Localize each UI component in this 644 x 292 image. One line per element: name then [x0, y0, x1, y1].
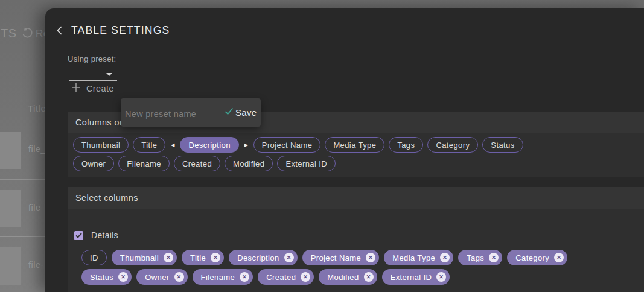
back-icon[interactable]: [54, 24, 65, 37]
preset-select[interactable]: [69, 66, 117, 81]
chip-label: Status: [90, 273, 113, 282]
file-name-fragment: file-: [28, 260, 44, 270]
remove-icon[interactable]: ✕: [240, 272, 249, 282]
select-columns-row: IDThumbnail✕Title✕Description✕Project Na…: [81, 250, 638, 265]
new-preset-name-input[interactable]: [124, 109, 218, 122]
create-preset-button[interactable]: Create: [71, 83, 114, 94]
chip-label: Filename: [127, 159, 161, 168]
table-settings-panel: TABLE SETTINGS Using preset: Create Save: [45, 8, 644, 292]
refresh-icon: [21, 26, 34, 42]
chip-owner[interactable]: Owner: [73, 156, 114, 171]
file-name-fragment: file_: [28, 203, 46, 212]
chip-project-name[interactable]: Project Name: [253, 137, 321, 153]
chip-label: External ID: [285, 159, 327, 168]
plus-icon: [71, 83, 81, 94]
chip-created[interactable]: Created: [174, 156, 220, 171]
chip-description[interactable]: Description: [180, 137, 238, 153]
chip-filename[interactable]: Filename: [118, 156, 170, 171]
row-divider: [0, 236, 45, 237]
file-thumbnail: [0, 132, 21, 169]
chip-filename[interactable]: Filename✕: [193, 269, 253, 285]
save-button-label: Save: [235, 107, 257, 118]
chip-category[interactable]: Category✕: [507, 250, 567, 265]
chip-label: Owner: [145, 273, 169, 282]
chip-media-type[interactable]: Media Type✕: [384, 250, 453, 265]
chip-label: Category: [515, 253, 549, 262]
chip-owner[interactable]: Owner✕: [136, 269, 187, 285]
chip-label: Description: [237, 253, 279, 262]
chip-media-type[interactable]: Media Type: [325, 137, 384, 153]
chip-label: Title: [190, 253, 206, 262]
row-divider: [0, 122, 45, 122]
remove-icon[interactable]: ✕: [211, 253, 220, 262]
chip-modified[interactable]: Modified✕: [319, 269, 377, 285]
chip-label: Tags: [397, 141, 415, 150]
chip-label: Modified: [233, 159, 264, 168]
move-right-icon[interactable]: ▶: [243, 142, 249, 148]
chip-label: Thumbnail: [120, 253, 159, 262]
chip-label: ID: [90, 253, 98, 262]
chip-label: Status: [491, 141, 514, 150]
page-title: TABLE SETTINGS: [71, 24, 170, 37]
chip-label: Category: [436, 141, 470, 150]
columns-order-row: ThumbnailTitle◀Description▶Project NameM…: [73, 137, 644, 153]
select-columns-row: Status✕Owner✕Filename✕Created✕Modified✕E…: [81, 269, 638, 285]
chip-status[interactable]: Status✕: [81, 269, 132, 285]
select-columns-body: Details IDThumbnail✕Title✕Description✕Pr…: [68, 209, 644, 292]
create-button-label: Create: [86, 84, 114, 94]
details-group-label: Details: [91, 230, 118, 240]
file-name-fragment: file_: [28, 144, 46, 154]
chip-created[interactable]: Created✕: [258, 269, 314, 285]
remove-icon[interactable]: ✕: [364, 272, 374, 282]
chip-external-id[interactable]: External ID✕: [382, 269, 450, 285]
remove-icon[interactable]: ✕: [554, 253, 564, 262]
chip-label: Media Type: [333, 141, 376, 150]
remove-icon[interactable]: ✕: [366, 253, 375, 262]
chip-project-name[interactable]: Project Name✕: [302, 250, 380, 265]
chip-label: Created: [182, 159, 212, 168]
chip-modified[interactable]: Modified: [225, 156, 273, 171]
chip-description[interactable]: Description✕: [229, 250, 297, 265]
file-thumbnail: [0, 190, 21, 227]
chip-external-id[interactable]: External ID: [277, 156, 336, 171]
chip-category[interactable]: Category: [427, 137, 478, 153]
chip-label: Filename: [201, 273, 235, 282]
remove-icon[interactable]: ✕: [436, 272, 446, 282]
details-group-row: Details: [74, 230, 118, 240]
chip-tags[interactable]: Tags: [389, 137, 423, 153]
remove-icon[interactable]: ✕: [284, 253, 294, 262]
row-divider: [0, 179, 45, 180]
check-icon: [225, 107, 234, 118]
remove-icon[interactable]: ✕: [489, 253, 499, 262]
chip-thumbnail[interactable]: Thumbnail: [73, 137, 129, 153]
chip-label: Owner: [81, 159, 106, 168]
columns-order-row: OwnerFilenameCreatedModifiedExternal ID: [73, 156, 644, 171]
chip-tags[interactable]: Tags✕: [458, 250, 502, 265]
chip-label: External ID: [391, 273, 432, 282]
remove-icon[interactable]: ✕: [118, 272, 128, 282]
select-columns-header-label: Select columns: [75, 193, 138, 203]
chip-id[interactable]: ID: [81, 250, 107, 265]
remove-icon[interactable]: ✕: [440, 253, 450, 262]
remove-icon[interactable]: ✕: [164, 253, 173, 262]
chip-title[interactable]: Title✕: [182, 250, 224, 265]
chip-label: Thumbnail: [81, 141, 120, 150]
remove-icon[interactable]: ✕: [174, 272, 184, 282]
new-preset-popup: Save: [121, 98, 261, 127]
chip-label: Tags: [467, 253, 484, 262]
background-column-header: Title: [28, 103, 46, 113]
select-columns-section: Select columns Details IDThumbnail✕Title…: [68, 187, 644, 292]
chip-label: Modified: [327, 273, 359, 282]
background-nav-fragment: TS: [1, 27, 17, 40]
chip-thumbnail[interactable]: Thumbnail✕: [112, 250, 177, 265]
details-checkbox[interactable]: [74, 231, 83, 240]
select-columns-header: Select columns: [68, 187, 644, 209]
save-preset-button[interactable]: Save: [225, 107, 257, 118]
panel-header: TABLE SETTINGS: [54, 24, 170, 37]
chip-label: Project Name: [262, 141, 313, 150]
chip-status[interactable]: Status: [482, 137, 523, 153]
chip-label: Title: [141, 141, 157, 150]
remove-icon[interactable]: ✕: [301, 272, 310, 282]
move-left-icon[interactable]: ◀: [170, 142, 176, 148]
chip-title[interactable]: Title: [133, 137, 165, 153]
